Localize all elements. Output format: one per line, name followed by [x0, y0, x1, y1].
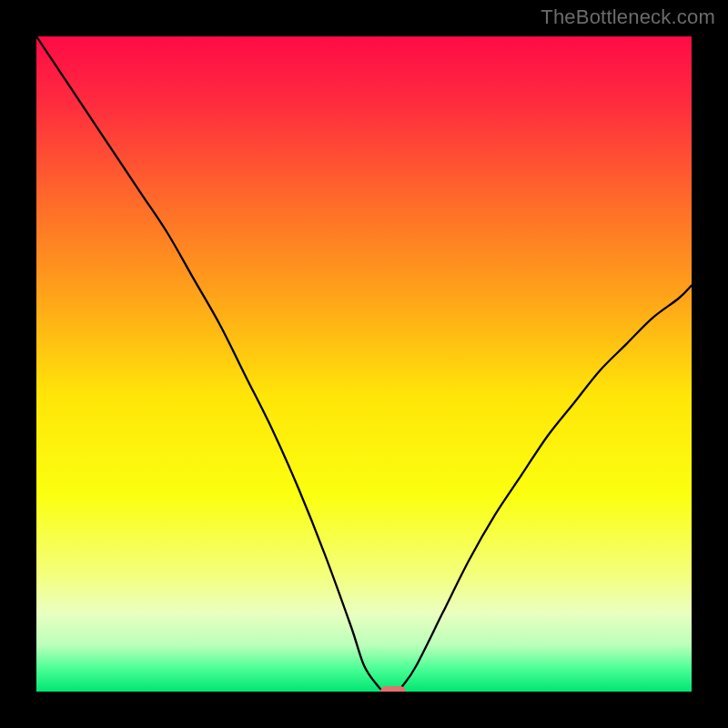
bottleneck-curve: [36, 36, 692, 692]
plot-area: [36, 36, 692, 692]
chart-frame: TheBottleneck.com: [0, 0, 728, 728]
watermark-label: TheBottleneck.com: [541, 5, 715, 29]
curve-layer: [36, 36, 692, 692]
optimal-marker: [380, 686, 406, 692]
